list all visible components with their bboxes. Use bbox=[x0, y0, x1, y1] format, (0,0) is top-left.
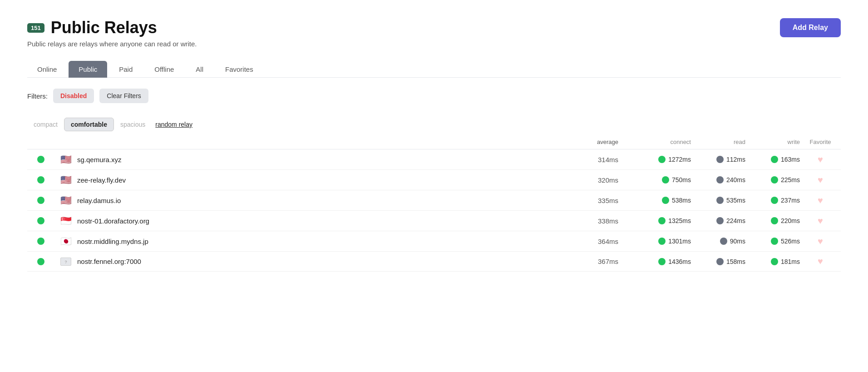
relay-status-cell bbox=[27, 197, 54, 204]
relay-table: compact comfortable spacious random rela… bbox=[27, 118, 841, 272]
unknown-flag-icon: ? bbox=[60, 258, 71, 266]
status-indicator bbox=[37, 217, 44, 224]
write-value: 163ms bbox=[781, 156, 800, 163]
country-flag-icon: 🇺🇸 bbox=[60, 174, 72, 185]
connect-value: 1325ms bbox=[668, 217, 691, 224]
relay-write: 237ms bbox=[745, 197, 800, 204]
header-row: 151 Public Relays Public relays are rela… bbox=[27, 18, 841, 48]
tab-paid[interactable]: Paid bbox=[109, 61, 143, 78]
col-favorite-header: Favorite bbox=[800, 139, 841, 145]
relay-favorite-cell[interactable]: ♥ bbox=[800, 195, 841, 206]
relay-read: 535ms bbox=[691, 197, 745, 204]
read-dot-icon bbox=[716, 197, 724, 204]
relay-flag-cell: 🇯🇵 bbox=[54, 236, 77, 247]
tab-online[interactable]: Online bbox=[27, 61, 67, 78]
col-name-header bbox=[77, 139, 564, 145]
relay-name[interactable]: nostr.fennel.org:7000 bbox=[77, 258, 564, 265]
relay-write: 225ms bbox=[745, 176, 800, 184]
table-row[interactable]: 🇺🇸relay.damus.io335ms538ms535ms237ms♥ bbox=[27, 190, 841, 211]
density-spacious[interactable]: spacious bbox=[114, 118, 152, 131]
table-row[interactable]: 🇯🇵nostr.middling.mydns.jp364ms1301ms90ms… bbox=[27, 231, 841, 252]
relay-favorite-cell[interactable]: ♥ bbox=[800, 256, 841, 267]
density-row: compact comfortable spacious random rela… bbox=[27, 118, 841, 131]
connect-dot-icon bbox=[662, 197, 669, 204]
relay-name[interactable]: relay.damus.io bbox=[77, 197, 564, 204]
tab-public[interactable]: Public bbox=[69, 61, 107, 78]
table-row[interactable]: 🇺🇸sg.qemura.xyz314ms1272ms112ms163ms♥ bbox=[27, 149, 841, 170]
relay-connect: 1325ms bbox=[618, 217, 691, 224]
density-comfortable[interactable]: comfortable bbox=[64, 118, 114, 131]
heart-icon[interactable]: ♥ bbox=[818, 256, 823, 266]
relay-name[interactable]: sg.qemura.xyz bbox=[77, 156, 564, 164]
write-dot-icon bbox=[771, 197, 778, 204]
page-subtitle: Public relays are relays where anyone ca… bbox=[27, 40, 197, 48]
relay-average: 338ms bbox=[564, 217, 618, 225]
write-dot-icon bbox=[771, 156, 778, 163]
col-average-header: average bbox=[564, 139, 618, 145]
relay-status-cell bbox=[27, 176, 54, 184]
random-relay-button[interactable]: random relay bbox=[155, 121, 192, 128]
country-flag-icon: 🇯🇵 bbox=[60, 236, 72, 247]
connect-dot-icon bbox=[658, 238, 666, 245]
col-connect-header: connect bbox=[618, 139, 691, 145]
relay-flag-cell: 🇺🇸 bbox=[54, 195, 77, 206]
table-row[interactable]: 🇺🇸zee-relay.fly.dev320ms750ms240ms225ms♥ bbox=[27, 170, 841, 190]
relay-favorite-cell[interactable]: ♥ bbox=[800, 236, 841, 247]
relay-name[interactable]: nostr.middling.mydns.jp bbox=[77, 238, 564, 245]
page: 151 Public Relays Public relays are rela… bbox=[0, 0, 868, 290]
status-indicator bbox=[37, 156, 44, 163]
col-flag-header bbox=[54, 139, 77, 145]
relay-name[interactable]: zee-relay.fly.dev bbox=[77, 176, 564, 184]
status-indicator bbox=[37, 176, 44, 184]
connect-dot-icon bbox=[662, 176, 669, 184]
relay-favorite-cell[interactable]: ♥ bbox=[800, 175, 841, 185]
relay-average: 364ms bbox=[564, 238, 618, 245]
relay-flag-cell: ? bbox=[54, 258, 77, 266]
write-dot-icon bbox=[771, 217, 778, 224]
relay-connect: 538ms bbox=[618, 197, 691, 204]
connect-dot-icon bbox=[658, 156, 666, 163]
relay-favorite-cell[interactable]: ♥ bbox=[800, 216, 841, 226]
filter-disabled-button[interactable]: Disabled bbox=[53, 89, 94, 103]
write-value: 181ms bbox=[781, 258, 800, 265]
connect-value: 1301ms bbox=[668, 238, 691, 245]
table-row[interactable]: ?nostr.fennel.org:7000367ms1436ms158ms18… bbox=[27, 252, 841, 272]
table-header: average connect read write Favorite bbox=[27, 135, 841, 149]
tab-all[interactable]: All bbox=[186, 61, 213, 78]
read-value: 240ms bbox=[726, 176, 745, 184]
title-line: 151 Public Relays bbox=[27, 18, 197, 37]
relay-read: 240ms bbox=[691, 176, 745, 184]
relay-read: 112ms bbox=[691, 156, 745, 163]
write-value: 237ms bbox=[781, 197, 800, 204]
clear-filters-button[interactable]: Clear Filters bbox=[99, 89, 148, 103]
relay-favorite-cell[interactable]: ♥ bbox=[800, 154, 841, 165]
table-row[interactable]: 🇸🇬nostr-01.dorafactory.org338ms1325ms224… bbox=[27, 211, 841, 231]
add-relay-button[interactable]: Add Relay bbox=[780, 18, 841, 37]
relay-connect: 750ms bbox=[618, 176, 691, 184]
connect-value: 1272ms bbox=[668, 156, 691, 163]
relay-flag-cell: 🇺🇸 bbox=[54, 174, 77, 185]
heart-icon[interactable]: ♥ bbox=[818, 175, 823, 185]
read-dot-icon bbox=[716, 176, 724, 184]
relay-average: 367ms bbox=[564, 258, 618, 265]
col-write-header: write bbox=[745, 139, 800, 145]
status-indicator bbox=[37, 197, 44, 204]
table-body: 🇺🇸sg.qemura.xyz314ms1272ms112ms163ms♥🇺🇸z… bbox=[27, 149, 841, 272]
relay-average: 335ms bbox=[564, 197, 618, 204]
read-dot-icon bbox=[716, 217, 724, 224]
heart-icon[interactable]: ♥ bbox=[818, 154, 823, 164]
connect-value: 750ms bbox=[672, 176, 691, 184]
heart-icon[interactable]: ♥ bbox=[818, 195, 823, 205]
density-compact[interactable]: compact bbox=[27, 118, 64, 131]
relay-status-cell bbox=[27, 258, 54, 265]
relay-name[interactable]: nostr-01.dorafactory.org bbox=[77, 217, 564, 225]
tab-favorites[interactable]: Favorites bbox=[215, 61, 263, 78]
relay-status-cell bbox=[27, 238, 54, 245]
country-flag-icon: 🇸🇬 bbox=[60, 215, 72, 226]
relay-write: 163ms bbox=[745, 156, 800, 163]
heart-icon[interactable]: ♥ bbox=[818, 216, 823, 226]
relay-average: 314ms bbox=[564, 156, 618, 164]
tab-offline[interactable]: Offline bbox=[144, 61, 184, 78]
heart-icon[interactable]: ♥ bbox=[818, 236, 823, 246]
write-dot-icon bbox=[771, 238, 778, 245]
